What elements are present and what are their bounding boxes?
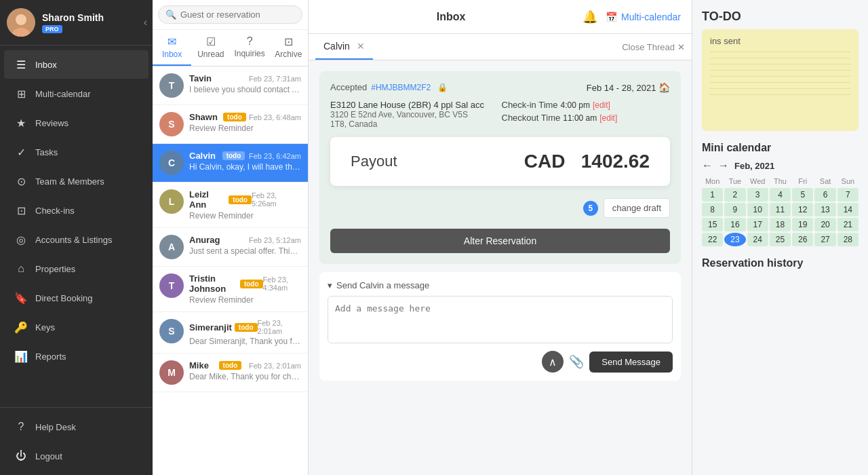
property-name: E3120 Lane House (2BR) 4 ppl Sal acc <box>330 100 499 110</box>
cal-day[interactable]: 8 <box>702 203 723 216</box>
checkout-edit-link[interactable]: [edit] <box>599 113 617 123</box>
cal-day[interactable]: 16 <box>724 218 745 231</box>
message-header: Tavin Feb 23, 7:31am <box>189 73 301 83</box>
sender-name: Tristin Johnson <box>189 273 237 294</box>
message-content: Anurag Feb 23, 5:12am Just sent a specia… <box>189 235 301 256</box>
topbar-right: 🔔 📅 Multi-calendar <box>583 10 681 24</box>
tab-unread[interactable]: ☑ Unread <box>191 30 230 66</box>
list-item[interactable]: S Simeranjit todo Feb 23, 2:01am Dear Si… <box>153 312 308 354</box>
cal-day[interactable]: 13 <box>814 203 835 216</box>
sidebar-item-keys[interactable]: 🔑 Keys <box>4 313 149 341</box>
sidebar-item-reviews[interactable]: ★ Reviews <box>4 109 149 137</box>
tab-inbox[interactable]: ✉ Inbox <box>153 30 191 66</box>
message-content: Leizl Ann todo Feb 23, 5:26am Review Rem… <box>189 189 301 221</box>
cal-header-wed: Wed <box>747 176 768 187</box>
cal-day[interactable]: 18 <box>770 218 791 231</box>
checkout-label: Checkout Time <box>502 113 561 123</box>
reservation-status: Accepted #HMJBBMM2F2 🔒 <box>330 82 448 92</box>
sidebar-item-inbox[interactable]: ☰ Inbox <box>4 50 149 79</box>
cal-day[interactable]: 14 <box>837 203 859 216</box>
cal-day[interactable]: 27 <box>814 233 835 246</box>
calendar-button[interactable]: 📅 Multi-calendar <box>606 12 681 22</box>
sidebar-header: Sharon Smith PRO ‹ <box>0 0 153 45</box>
compose-textarea[interactable] <box>328 296 673 343</box>
sidebar-item-logout[interactable]: ⏻ Logout <box>4 442 149 470</box>
thread-tab-calvin[interactable]: Calvin ✕ <box>315 34 373 60</box>
cal-day[interactable]: 6 <box>814 188 835 202</box>
cal-day[interactable]: 28 <box>837 233 859 246</box>
change-draft-button[interactable]: change draft <box>604 198 670 218</box>
list-item[interactable]: C Calvin todo Feb 23, 6:42am Hi Calvin, … <box>153 144 308 183</box>
svg-point-1 <box>16 14 26 25</box>
cal-day[interactable]: 25 <box>770 233 791 246</box>
cal-day[interactable]: 19 <box>792 218 813 231</box>
cal-day[interactable]: 11 <box>770 203 791 216</box>
list-item[interactable]: T Tavin Feb 23, 7:31am I believe you sho… <box>153 66 308 105</box>
sidebar-label-tasks: Tasks <box>35 147 58 157</box>
cal-day[interactable]: 17 <box>747 218 768 231</box>
cal-day[interactable]: 4 <box>770 188 791 202</box>
message-content: Mike todo Feb 23, 2:01am Dear Mike, Than… <box>189 360 301 381</box>
cal-day[interactable]: 3 <box>747 188 768 202</box>
tab-archive[interactable]: ⊡ Archive <box>269 30 308 66</box>
sidebar-item-multi-calendar[interactable]: ⊞ Multi-calendar <box>4 79 149 108</box>
sidebar-item-properties[interactable]: ⌂ Properties <box>4 254 149 283</box>
calendar-prev-button[interactable]: ← <box>702 159 713 172</box>
mini-calendar: Mini calendar ← → Feb, 2021 Mon Tue Wed … <box>702 142 859 246</box>
close-thread-label: Close Thread <box>622 42 675 52</box>
cal-day[interactable]: 21 <box>837 218 859 231</box>
close-thread-button[interactable]: Close Thread ✕ <box>622 42 685 52</box>
sidebar-collapse-button[interactable]: ‹ <box>144 16 147 28</box>
list-item[interactable]: M Mike todo Feb 23, 2:01am Dear Mike, Th… <box>153 354 308 392</box>
cal-day[interactable]: 26 <box>792 233 813 246</box>
cal-day[interactable]: 12 <box>792 203 813 216</box>
calendar-next-button[interactable]: → <box>718 159 729 172</box>
sidebar-item-reports[interactable]: 📊 Reports <box>4 342 149 370</box>
alter-reservation-button[interactable]: Alter Reservation <box>330 229 670 253</box>
checkin-edit-link[interactable]: [edit] <box>593 100 610 110</box>
cal-day[interactable]: 24 <box>747 233 768 246</box>
list-item[interactable]: A Anurag Feb 23, 5:12am Just sent a spec… <box>153 228 308 267</box>
list-item[interactable]: S Shawn todo Feb 23, 6:48am Review Remin… <box>153 105 308 144</box>
sidebar-item-accounts[interactable]: ◎ Accounts & Listings <box>4 225 149 254</box>
cal-day[interactable]: 15 <box>702 218 723 231</box>
close-tab-button[interactable]: ✕ <box>357 41 365 52</box>
list-item[interactable]: T Tristin Johnson todo Feb 23, 4:34am Re… <box>153 267 308 312</box>
sidebar-item-direct-booking[interactable]: 🔖 Direct Booking <box>4 284 149 312</box>
avatar: L <box>159 189 184 214</box>
cal-day[interactable]: 1 <box>702 188 723 202</box>
checkout-value: 11:00 am <box>563 113 597 123</box>
search-input[interactable] <box>180 10 295 20</box>
reservation-left: E3120 Lane House (2BR) 4 ppl Sal acc 312… <box>330 100 499 129</box>
send-message-button[interactable]: Send Message <box>589 352 673 373</box>
sidebar-user-info: Sharon Smith PRO <box>42 12 146 33</box>
booking-id[interactable]: #HMJBBMM2F2 <box>371 83 431 92</box>
cal-day[interactable]: 9 <box>724 203 745 216</box>
bell-icon[interactable]: 🔔 <box>583 10 597 24</box>
cal-header-mon: Mon <box>702 176 723 187</box>
sidebar: Sharon Smith PRO ‹ ☰ Inbox ⊞ Multi-calen… <box>0 0 153 475</box>
list-item[interactable]: L Leizl Ann todo Feb 23, 5:26am Review R… <box>153 183 308 228</box>
scroll-up-button[interactable]: ∧ <box>542 351 564 373</box>
thread-tabs: Calvin ✕ Close Thread ✕ <box>309 34 692 60</box>
sidebar-item-tasks[interactable]: ✓ Tasks <box>4 138 149 166</box>
helpdesk-icon: ? <box>14 419 28 434</box>
cal-day-today[interactable]: 23 <box>724 233 745 246</box>
attach-icon[interactable]: 📎 <box>569 354 584 369</box>
cal-day[interactable]: 7 <box>837 188 859 202</box>
sidebar-label-direct-booking: Direct Booking <box>35 293 93 303</box>
cal-day[interactable]: 5 <box>792 188 813 202</box>
inquiries-tab-label: Inquiries <box>234 49 264 58</box>
cal-day[interactable]: 10 <box>747 203 768 216</box>
todo-line <box>710 64 850 64</box>
tab-inquiries[interactable]: ? Inquiries <box>231 30 269 66</box>
reservation-dates-right: Feb 14 - 28, 2021 🏠 <box>587 82 670 93</box>
sidebar-item-helpdesk[interactable]: ? Help Desk <box>4 413 149 441</box>
cal-day[interactable]: 22 <box>702 233 723 246</box>
sidebar-item-checkins[interactable]: ⊡ Check-ins <box>4 196 149 225</box>
sidebar-item-team[interactable]: ⊙ Team & Members <box>4 167 149 195</box>
search-box[interactable]: 🔍 <box>158 5 302 24</box>
cal-day[interactable]: 20 <box>814 218 835 231</box>
todo-line <box>710 82 850 83</box>
cal-day[interactable]: 2 <box>724 188 745 202</box>
